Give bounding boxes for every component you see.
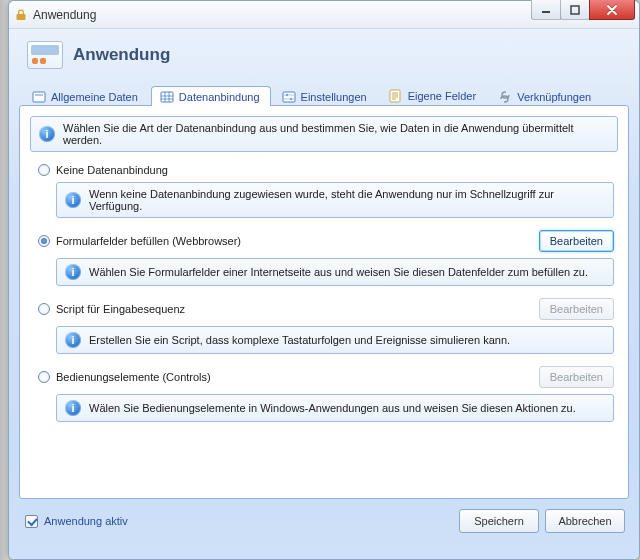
tabs: Allgemeine Daten Datenanbindung Einstell… xyxy=(19,79,629,105)
option-label: Keine Datenanbindung xyxy=(56,164,168,176)
svg-rect-4 xyxy=(161,92,173,102)
tab-label: Einstellungen xyxy=(301,91,367,103)
minimize-button[interactable] xyxy=(531,0,561,20)
option-none: Keine Datenanbindung i Wenn keine Datena… xyxy=(30,164,618,218)
edit-controls-button[interactable]: Bearbeiten xyxy=(539,366,614,388)
tab-data-binding[interactable]: Datenanbindung xyxy=(151,86,271,106)
window-title: Anwendung xyxy=(33,8,96,22)
lock-icon xyxy=(15,8,29,22)
sliders-icon xyxy=(282,91,296,103)
radio-icon xyxy=(38,303,50,315)
list-icon xyxy=(389,89,403,103)
info-icon: i xyxy=(65,264,81,280)
tab-label: Eigene Felder xyxy=(408,90,477,102)
link-icon xyxy=(498,91,512,103)
checkbox-icon xyxy=(25,515,38,528)
info-icon: i xyxy=(65,400,81,416)
tab-label: Datenanbindung xyxy=(179,91,260,103)
svg-rect-8 xyxy=(390,90,400,102)
intro-text: Wählen Sie die Art der Datenanbindung au… xyxy=(63,122,609,146)
info-icon: i xyxy=(65,332,81,348)
edit-form-fields-button[interactable]: Bearbeiten xyxy=(539,230,614,252)
svg-rect-3 xyxy=(35,94,43,96)
radio-icon xyxy=(38,371,50,383)
option-label: Formularfelder befüllen (Webbrowser) xyxy=(56,235,241,247)
grid-icon xyxy=(160,91,174,103)
cancel-button[interactable]: Abbrechen xyxy=(545,509,625,533)
dialog-body: Anwendung Allgemeine Daten Datenanbindun… xyxy=(9,29,639,559)
svg-rect-1 xyxy=(571,6,579,14)
radio-form-fields[interactable]: Formularfelder befüllen (Webbrowser) xyxy=(38,235,241,247)
option-controls: Bedienungselemente (Controls) Bearbeiten… xyxy=(30,366,618,422)
active-checkbox[interactable]: Anwendung aktiv xyxy=(25,515,128,528)
info-icon: i xyxy=(39,126,55,142)
svg-rect-2 xyxy=(33,92,45,102)
tab-custom-fields[interactable]: Eigene Felder xyxy=(380,84,488,106)
footer-buttons: Speichern Abbrechen xyxy=(459,509,625,533)
dialog-window: Anwendung Anwendung Allgemeine Daten Dat… xyxy=(8,0,640,560)
maximize-button[interactable] xyxy=(560,0,590,20)
svg-rect-0 xyxy=(542,11,550,13)
active-label: Anwendung aktiv xyxy=(44,515,128,527)
info-text: Wenn keine Datenanbindung zugewiesen wur… xyxy=(89,188,605,212)
save-button[interactable]: Speichern xyxy=(459,509,539,533)
close-button[interactable] xyxy=(589,0,635,20)
tab-settings[interactable]: Einstellungen xyxy=(273,86,378,106)
info-text: Wählen Sie Formularfelder einer Internet… xyxy=(89,266,588,278)
tab-panel: i Wählen Sie die Art der Datenanbindung … xyxy=(19,105,629,499)
radio-controls[interactable]: Bedienungselemente (Controls) xyxy=(38,371,211,383)
radio-icon xyxy=(38,164,50,176)
option-controls-info: i Wälen Sie Bedienungselemente in Window… xyxy=(56,394,614,422)
titlebar: Anwendung xyxy=(9,1,639,29)
tab-label: Verknüpfungen xyxy=(517,91,591,103)
tab-links[interactable]: Verknüpfungen xyxy=(489,86,602,106)
info-text: Erstellen Sie ein Script, dass komplexe … xyxy=(89,334,510,346)
option-form-fields: Formularfelder befüllen (Webbrowser) Bea… xyxy=(30,230,618,286)
application-icon xyxy=(27,41,63,69)
radio-none[interactable]: Keine Datenanbindung xyxy=(38,164,168,176)
option-label: Bedienungselemente (Controls) xyxy=(56,371,211,383)
info-icon: i xyxy=(65,192,81,208)
option-label: Script für Eingabesequenz xyxy=(56,303,185,315)
option-script: Script für Eingabesequenz Bearbeiten i E… xyxy=(30,298,618,354)
tab-general[interactable]: Allgemeine Daten xyxy=(23,86,149,106)
tab-label: Allgemeine Daten xyxy=(51,91,138,103)
form-icon xyxy=(32,91,46,103)
page-title: Anwendung xyxy=(73,45,170,65)
svg-rect-5 xyxy=(283,92,295,102)
radio-script[interactable]: Script für Eingabesequenz xyxy=(38,303,185,315)
edit-script-button[interactable]: Bearbeiten xyxy=(539,298,614,320)
window-controls xyxy=(532,0,635,20)
option-form-fields-info: i Wählen Sie Formularfelder einer Intern… xyxy=(56,258,614,286)
footer: Anwendung aktiv Speichern Abbrechen xyxy=(19,499,629,533)
backdrop xyxy=(0,0,8,560)
header: Anwendung xyxy=(19,37,629,79)
info-text: Wälen Sie Bedienungselemente in Windows-… xyxy=(89,402,576,414)
radio-icon xyxy=(38,235,50,247)
option-none-info: i Wenn keine Datenanbindung zugewiesen w… xyxy=(56,182,614,218)
panel-intro: i Wählen Sie die Art der Datenanbindung … xyxy=(30,116,618,152)
option-script-info: i Erstellen Sie ein Script, dass komplex… xyxy=(56,326,614,354)
